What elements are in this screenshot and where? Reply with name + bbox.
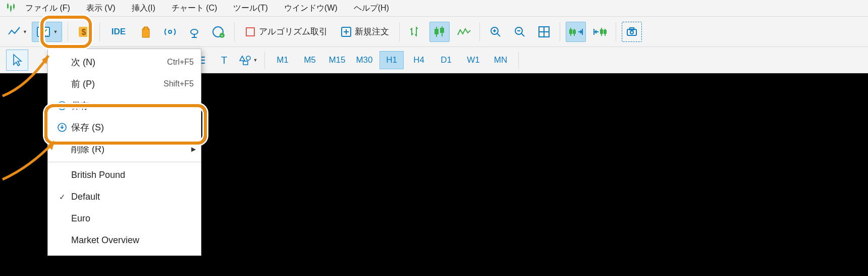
chevron-down-icon: ▼ xyxy=(253,58,258,63)
dd-next[interactable]: 次 (N) Ctrl+F5 xyxy=(48,51,201,73)
menu-chart[interactable]: チャート (C) xyxy=(164,0,226,16)
payments-button[interactable]: + xyxy=(208,22,229,42)
tf-m15[interactable]: M15 xyxy=(325,51,349,69)
toolbar-separator xyxy=(518,52,519,69)
menu-view[interactable]: 表示 (V) xyxy=(78,0,124,16)
algo-label: アルゴリズム取引 xyxy=(259,26,328,37)
toolbar-main: ▼ ▼ $ IDE + アルゴリズム取引 新規注文 xyxy=(0,17,868,47)
algo-trading-button[interactable]: アルゴリズム取引 xyxy=(240,22,332,42)
toolbar-separator xyxy=(479,22,480,41)
linechart-button[interactable] xyxy=(454,22,474,42)
tf-m30[interactable]: M30 xyxy=(352,51,376,69)
svg-point-61 xyxy=(246,56,250,60)
dd-preset-euro[interactable]: Euro xyxy=(48,208,201,229)
text-tool-button[interactable]: T xyxy=(214,50,234,70)
svg-rect-16 xyxy=(246,28,254,36)
dollar-button[interactable]: $ xyxy=(74,22,94,42)
svg-marker-60 xyxy=(240,56,245,61)
svg-rect-6 xyxy=(37,27,49,36)
zoom-in-button[interactable] xyxy=(485,22,506,42)
toolbar-separator xyxy=(264,52,265,69)
shift-end-button[interactable] xyxy=(566,22,586,42)
dd-delete[interactable]: 削除 (R) ▶ xyxy=(48,138,201,160)
menu-window[interactable]: ウインドウ(W) xyxy=(276,0,346,16)
candlestick-button[interactable] xyxy=(429,22,450,42)
menu-file[interactable]: ファイル (F) xyxy=(17,0,78,16)
save-icon xyxy=(55,122,69,132)
new-order-label: 新規注文 xyxy=(355,26,389,37)
svg-line-31 xyxy=(497,33,500,36)
dd-delete-label: 削除 (R) xyxy=(69,143,194,155)
tf-h1[interactable]: H1 xyxy=(379,51,404,69)
dd-save-label: 保存 (S) xyxy=(69,121,194,133)
dd-next-accel: Ctrl+F5 xyxy=(167,58,194,67)
cursor-button[interactable] xyxy=(6,50,28,71)
toolbar-separator xyxy=(234,22,235,41)
toolbar-separator xyxy=(68,22,68,41)
new-order-button[interactable]: 新規注文 xyxy=(336,22,394,42)
stop-icon xyxy=(245,26,256,37)
chart-template-button[interactable]: ▼ xyxy=(32,22,62,42)
svg-rect-27 xyxy=(435,29,438,34)
menu-tools[interactable]: ツール(T) xyxy=(225,0,276,16)
vps-button[interactable] xyxy=(184,22,204,42)
dd-preset-british[interactable]: British Pound xyxy=(48,164,201,186)
toolbar-separator xyxy=(616,22,616,41)
tf-h4[interactable]: H4 xyxy=(407,51,431,69)
template-dropdown: 次 (N) Ctrl+F5 前 (P) Shift+F5 保存 保存 (S) 削… xyxy=(47,49,201,256)
svg-rect-3 xyxy=(11,5,11,12)
dd-separator xyxy=(48,162,201,162)
svg-text:T: T xyxy=(221,55,227,66)
svg-point-10 xyxy=(169,30,172,33)
shift-start-button[interactable] xyxy=(590,22,610,42)
menubar: ファイル (F) 表示 (V) 挿入(I) チャート (C) ツール(T) ウイ… xyxy=(0,0,868,17)
svg-rect-46 xyxy=(601,30,603,33)
dd-save0[interactable]: 保存 xyxy=(48,95,201,116)
menu-insert[interactable]: 挿入(I) xyxy=(124,0,164,16)
svg-rect-48 xyxy=(604,30,606,33)
dd-save[interactable]: 保存 (S) xyxy=(48,116,201,138)
dd-preset-market[interactable]: Market Overview xyxy=(48,229,201,251)
svg-point-51 xyxy=(630,31,633,34)
tf-m1[interactable]: M1 xyxy=(270,51,295,69)
svg-rect-5 xyxy=(14,4,14,10)
tf-mn[interactable]: MN xyxy=(489,51,513,69)
tf-w1[interactable]: W1 xyxy=(461,51,485,69)
dd-prev[interactable]: 前 (P) Shift+F5 xyxy=(48,73,201,95)
market-button[interactable] xyxy=(136,22,156,42)
dd-prev-label: 前 (P) xyxy=(69,78,164,90)
app-logo-icon xyxy=(4,3,17,13)
svg-rect-1 xyxy=(8,3,8,9)
svg-rect-43 xyxy=(573,30,575,33)
svg-rect-62 xyxy=(243,61,248,65)
submenu-arrow-icon: ▶ xyxy=(191,146,196,153)
chevron-down-icon: ▼ xyxy=(53,29,58,34)
svg-text:$: $ xyxy=(81,28,86,36)
menu-help[interactable]: ヘルプ(H) xyxy=(346,0,397,16)
cursor-icon xyxy=(12,54,23,67)
screenshot-button[interactable] xyxy=(622,22,642,42)
barchart-button[interactable] xyxy=(405,22,425,42)
toolbar-separator xyxy=(560,22,560,41)
toolbar-separator xyxy=(99,22,100,41)
timeframe-group: M1 M5 M15 M30 H1 H4 D1 W1 MN xyxy=(269,51,514,69)
tf-m5[interactable]: M5 xyxy=(298,51,322,69)
svg-rect-41 xyxy=(570,30,572,33)
plus-box-icon xyxy=(341,26,352,37)
tf-d1[interactable]: D1 xyxy=(434,51,458,69)
check-icon: ✓ xyxy=(55,193,69,202)
svg-line-35 xyxy=(521,33,524,36)
svg-rect-29 xyxy=(441,28,444,32)
chart-line-button[interactable]: ▼ xyxy=(7,22,28,42)
shapes-button[interactable]: ▼ xyxy=(238,50,258,70)
dd-save0-label: 保存 xyxy=(69,100,194,112)
dd-next-label: 次 (N) xyxy=(69,56,167,68)
signal-button[interactable] xyxy=(160,22,180,42)
ide-button[interactable]: IDE xyxy=(105,22,132,42)
toolbar-separator xyxy=(399,22,400,41)
save-icon xyxy=(55,101,69,111)
zoom-out-button[interactable] xyxy=(510,22,530,42)
grid4-button[interactable] xyxy=(534,22,554,42)
dd-preset-default[interactable]: ✓Default xyxy=(48,186,201,208)
dd-prev-accel: Shift+F5 xyxy=(164,79,194,88)
